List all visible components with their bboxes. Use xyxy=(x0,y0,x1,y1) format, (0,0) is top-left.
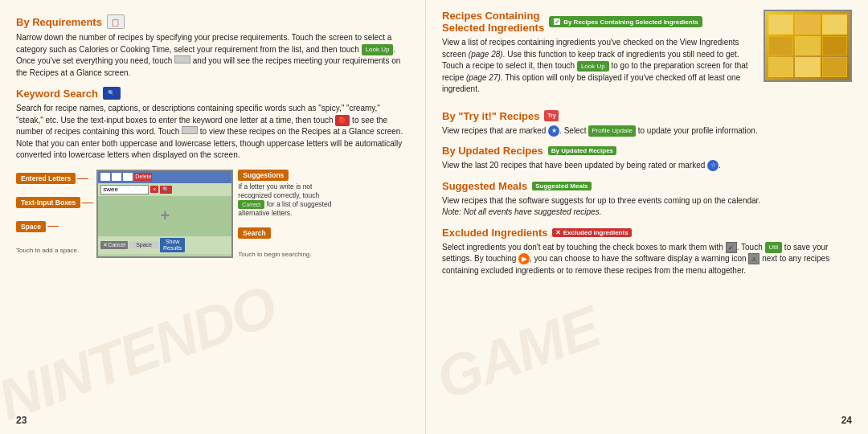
try-it-title: By "Try it!" Recipes xyxy=(442,110,539,122)
correct-btn: Correct xyxy=(238,200,264,209)
connector-1 xyxy=(77,178,88,179)
screen-input-row: swee × 🔍 xyxy=(98,183,231,196)
diagram-area: Entered Letters Text-Input Boxes Space T… xyxy=(16,170,409,258)
text-input-boxes-box: Text-Input Boxes xyxy=(16,197,80,208)
excluded-ingredients-body: Select ingredients you don't eat by touc… xyxy=(442,242,852,277)
cancel-btn: ✕Cancel xyxy=(100,241,128,249)
page-number-right: 24 xyxy=(841,415,852,426)
section-title-keyword-search: Keyword Search 🔍 xyxy=(16,87,409,100)
suggested-meals-badge: Suggested Meals xyxy=(532,182,591,190)
img-cell-3 xyxy=(822,14,847,35)
screen-clear-btn: × xyxy=(150,186,158,193)
touch-begin-caption: Touch to begin searching. xyxy=(238,251,342,258)
diagram-left-labels: Entered Letters Text-Input Boxes Space T… xyxy=(16,170,96,258)
look-up-btn-icon: Look Up xyxy=(362,44,394,55)
by-requirements-body: Narrow down the number of recipes by spe… xyxy=(16,32,409,79)
section-title-suggested-meals: Suggested Meals Suggested Meals xyxy=(442,180,852,192)
section-title-updated-recipes: By Updated Recipes By Updated Recipes xyxy=(442,145,852,157)
page-right: GAME Recipes ContainingSelected Ingredie… xyxy=(426,0,868,434)
section-title-try-it: By "Try it!" Recipes Try it! xyxy=(442,110,852,122)
recipe-image-grid xyxy=(765,11,850,80)
suggestions-label: Suggestions xyxy=(238,170,289,181)
page-left: NINTENDO By Requirements 📋 Narrow down t… xyxy=(0,0,426,434)
img-cell-9 xyxy=(822,57,847,77)
util-btn: Util xyxy=(765,242,783,253)
orange-arrow-icon: ▶ xyxy=(518,253,530,264)
badge-checkmark: ✓ xyxy=(553,18,561,26)
recipes-containing-text-col: Recipes ContainingSelected Ingredients ✓… xyxy=(442,10,754,104)
section-title-recipes-containing: Recipes ContainingSelected Ingredients ✓… xyxy=(442,10,754,34)
keyword-search-title: Keyword Search xyxy=(16,88,98,100)
screen-icon-3 xyxy=(123,173,133,181)
keyword-search-body: Search for recipe names, captions, or de… xyxy=(16,103,409,162)
space-box: Space xyxy=(16,221,46,232)
watermark-right: GAME xyxy=(428,293,608,412)
screen-icon-1 xyxy=(100,173,110,181)
img-cell-5 xyxy=(795,36,820,56)
try-it-icon: Try it! xyxy=(544,110,559,121)
screen-search-btn-sm: 🔍 xyxy=(160,186,172,194)
connector-2 xyxy=(82,203,93,203)
img-cell-7 xyxy=(768,57,793,77)
keyword-search-icon: 🔍 xyxy=(103,87,121,100)
screen-cursor-area: + xyxy=(98,196,231,236)
suggestions-section: Suggestions If a letter you write is not… xyxy=(238,170,342,218)
blank-btn-icon xyxy=(174,55,190,63)
warning-icon: ⚠ xyxy=(748,253,760,264)
recipes-containing-title: Recipes ContainingSelected Ingredients xyxy=(442,10,544,34)
red-search-icon: 🔴 xyxy=(335,115,350,126)
blank-btn-icon2 xyxy=(182,126,198,134)
suggested-meals-body: View recipes that the software suggests … xyxy=(442,195,852,219)
screen-container: Delete swee × 🔍 + ✕Cancel Space ShowResu xyxy=(96,170,233,258)
look-up-btn-2: Look Up xyxy=(577,61,609,72)
show-results-btn: ShowResults xyxy=(160,238,185,253)
screen-input-box: swee xyxy=(100,185,149,194)
search-section: Search xyxy=(238,227,342,240)
screen-icon-2 xyxy=(112,173,121,181)
by-requirements-icon: 📋 xyxy=(107,14,125,29)
recipes-containing-body: View a list of recipes containing ingred… xyxy=(442,37,754,96)
img-cell-2 xyxy=(795,14,820,35)
watermark-left: NINTENDO xyxy=(0,272,284,433)
diagram-right-labels: Suggestions If a letter you write is not… xyxy=(233,170,342,258)
search-label: Search xyxy=(238,227,270,239)
updated-recipes-section: By Updated Recipes By Updated Recipes Vi… xyxy=(442,145,852,172)
try-it-mark-icon: ★ xyxy=(548,125,559,137)
page-number-left: 23 xyxy=(16,415,27,426)
img-cell-6 xyxy=(822,36,847,56)
touch-add-space-caption: Touch to add a space. xyxy=(16,247,93,254)
section-title-excluded-ingredients: Excluded Ingredients ✕ Excluded Ingredie… xyxy=(442,227,852,239)
section-title-by-requirements: By Requirements 📋 xyxy=(16,14,409,29)
suggested-meals-section: Suggested Meals Suggested Meals View rec… xyxy=(442,180,852,219)
profile-update-badge: Profile Update xyxy=(588,125,636,137)
img-cell-8 xyxy=(795,57,820,77)
try-it-body: View recipes that are marked ★. Select P… xyxy=(442,125,852,137)
recipe-image xyxy=(764,10,852,82)
excluded-ingredients-title: Excluded Ingredients xyxy=(442,227,547,239)
recipes-containing-top: Recipes ContainingSelected Ingredients ✓… xyxy=(442,10,852,104)
screen-bottom-row: ✕Cancel Space ShowResults xyxy=(98,236,231,255)
space-label: Space xyxy=(16,221,93,232)
suggested-meals-title: Suggested Meals xyxy=(442,180,527,192)
screen-top-bar: Delete xyxy=(98,171,231,183)
updated-recipes-title: By Updated Recipes xyxy=(442,145,543,157)
recipes-containing-badge: ✓ By Recipes Containing Selected Ingredi… xyxy=(549,16,702,27)
excluded-ingredients-section: Excluded Ingredients ✕ Excluded Ingredie… xyxy=(442,227,852,277)
delete-btn: Delete xyxy=(134,173,152,181)
excluded-ingredients-badge: ✕ Excluded Ingredients xyxy=(552,228,631,237)
space-btn: Space xyxy=(129,241,158,248)
entered-letters-label: Entered Letters xyxy=(16,173,93,184)
by-requirements-title: By Requirements xyxy=(16,16,102,28)
updated-recipes-badge: By Updated Recipes xyxy=(548,146,616,155)
suggestions-text: If a letter you write is not recognized … xyxy=(238,182,342,218)
text-input-boxes-label: Text-Input Boxes xyxy=(16,197,93,208)
connector-3 xyxy=(47,226,59,227)
img-cell-1 xyxy=(768,14,793,35)
entered-letters-box: Entered Letters xyxy=(16,173,76,184)
rated-icon: ☆ xyxy=(707,160,719,171)
img-cell-4 xyxy=(768,36,793,56)
updated-recipes-body: View the last 20 recipes that have been … xyxy=(442,160,852,172)
screen-box: Delete swee × 🔍 + ✕Cancel Space ShowResu xyxy=(96,170,233,258)
try-it-section: By "Try it!" Recipes Try it! View recipe… xyxy=(442,110,852,137)
check-box-icon: ✓ xyxy=(726,242,737,253)
